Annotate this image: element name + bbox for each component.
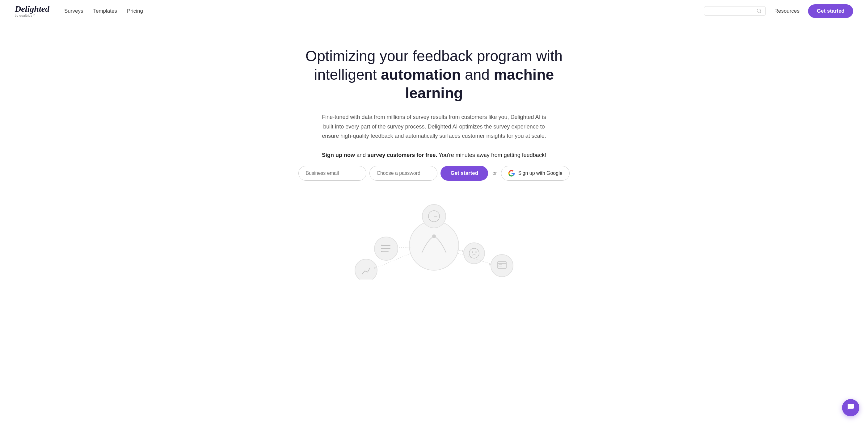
logo-text: Delighted: [15, 5, 50, 13]
svg-rect-12: [381, 251, 382, 252]
svg-point-21: [355, 259, 377, 279]
svg-rect-10: [381, 245, 382, 246]
hero-title: Optimizing your feedback program with in…: [301, 47, 567, 102]
logo[interactable]: Delighted by qualtrics℠: [15, 5, 50, 17]
chat-widget[interactable]: [842, 399, 859, 416]
svg-point-1: [432, 235, 436, 238]
navbar: Delighted by qualtrics℠ Surveys Template…: [0, 0, 868, 22]
nav-pricing[interactable]: Pricing: [127, 7, 143, 16]
hero-subtitle: Fine-tuned with data from millions of su…: [320, 113, 548, 141]
nav-right: Resources Get started: [704, 4, 853, 18]
illustration-svg: [326, 199, 542, 279]
svg-point-15: [472, 251, 473, 253]
google-signup-button[interactable]: Sign up with Google: [501, 166, 569, 181]
svg-rect-11: [381, 248, 382, 249]
or-label: or: [491, 171, 498, 176]
google-label: Sign up with Google: [518, 171, 562, 176]
svg-point-16: [475, 251, 477, 253]
search-icon: [757, 9, 762, 13]
get-started-button[interactable]: Get started: [440, 166, 488, 181]
search-input[interactable]: [708, 8, 757, 13]
hero-section: Optimizing your feedback program with in…: [286, 22, 582, 304]
search-box: [704, 6, 766, 16]
svg-line-23: [398, 247, 411, 248]
illustration-area: [293, 199, 575, 292]
nav-resources[interactable]: Resources: [774, 8, 799, 14]
hero-prompt: Sign up now and survey customers for fre…: [322, 152, 546, 158]
illustration: [326, 199, 542, 279]
nav-templates[interactable]: Templates: [93, 7, 117, 16]
google-icon: [508, 170, 515, 177]
password-input[interactable]: [369, 166, 437, 181]
nav-surveys[interactable]: Surveys: [64, 7, 83, 16]
chat-icon: [847, 403, 855, 412]
signup-form: Get started or Sign up with Google: [299, 166, 569, 181]
nav-links: Surveys Templates Pricing: [64, 7, 704, 16]
nav-get-started-button[interactable]: Get started: [808, 4, 853, 18]
email-input[interactable]: [299, 166, 366, 181]
svg-point-13: [464, 243, 485, 264]
logo-sub: by qualtrics℠: [15, 14, 35, 17]
